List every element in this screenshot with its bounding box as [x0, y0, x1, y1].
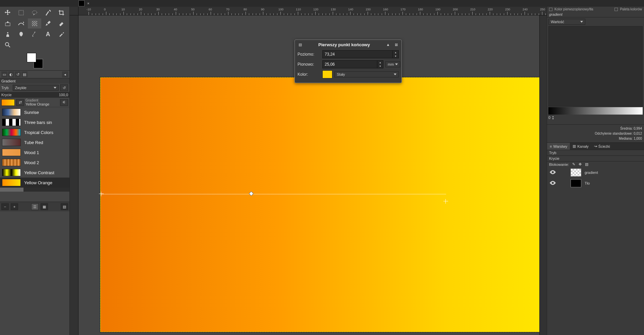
gradient-mid-handle[interactable]: [249, 191, 254, 196]
gradient-item[interactable]: Tube Red: [0, 137, 69, 147]
gradient-tool[interactable]: [28, 18, 41, 28]
tab-channels[interactable]: ▥Kanały: [570, 143, 591, 150]
dock-remove-button[interactable]: −: [1, 203, 9, 210]
tab-paths[interactable]: ↝Ścieżki: [591, 143, 613, 150]
gradient-item[interactable]: Tropical Colors: [0, 127, 69, 137]
zoom-tool[interactable]: [1, 40, 14, 50]
lock-alpha-icon[interactable]: ▧: [585, 162, 588, 166]
view-grid-button[interactable]: ▦: [41, 203, 48, 210]
gradient-thumb: [2, 149, 21, 156]
images-icon[interactable]: ▤: [21, 71, 28, 77]
layer-row[interactable]: Tło: [547, 178, 644, 189]
undo-history-icon[interactable]: ↺: [15, 71, 21, 77]
vert-step-up[interactable]: ▲: [377, 61, 383, 64]
lock-position-icon[interactable]: ✥: [579, 162, 582, 166]
transform-tool[interactable]: [1, 18, 14, 28]
opacity-row[interactable]: Krycie 100,0: [0, 92, 69, 98]
move-tool[interactable]: [1, 8, 14, 18]
ruler-number: 120: [313, 8, 318, 11]
histogram-view: [548, 26, 643, 107]
gradient-line[interactable]: [101, 194, 446, 194]
scrollbar-vertical[interactable]: [539, 15, 547, 335]
tab-layers[interactable]: ≡Warstwy: [547, 143, 570, 150]
ruler-number: 250: [540, 8, 545, 11]
ruler-vertical[interactable]: [70, 15, 78, 335]
fgbg-palette-icon[interactable]: [549, 8, 552, 11]
gradient-item[interactable]: Yellow Orange: [0, 178, 69, 188]
gradient-item[interactable]: Three bars sin: [0, 117, 69, 127]
endpoint-color-swatch[interactable]: [322, 70, 332, 78]
vert-input[interactable]: ▲▼: [322, 60, 383, 68]
gradient-start-handle[interactable]: [99, 192, 104, 196]
gradient-item[interactable]: Sunrise: [0, 107, 69, 117]
layer-opacity-row[interactable]: Krycie: [547, 156, 644, 161]
clone-tool[interactable]: [1, 29, 14, 39]
device-status-icon[interactable]: ◐: [8, 71, 14, 77]
fg-bg-colors[interactable]: [27, 53, 43, 68]
gradient-end-handle[interactable]: [443, 199, 448, 204]
ruler-number: 10: [121, 8, 125, 11]
gradient-list-scrollbar[interactable]: [0, 188, 69, 192]
gradient-thumb: [2, 139, 21, 146]
crop-tool[interactable]: [55, 8, 68, 18]
gradient-item[interactable]: Wood 1: [0, 147, 69, 157]
vert-step-down[interactable]: ▼: [377, 64, 383, 68]
ruler-number: -10: [87, 8, 91, 11]
path-tool[interactable]: [28, 29, 41, 39]
ruler-number: 210: [470, 8, 475, 11]
view-list-button[interactable]: ☰: [31, 203, 39, 210]
canvas-area[interactable]: ▧ Pierwszy punkt końcowy ▲ ⊠ Poziomo: ▲▼: [78, 15, 539, 335]
horiz-field[interactable]: [323, 51, 392, 58]
axis-step-down[interactable]: ▼: [552, 118, 554, 120]
popup-close-icon[interactable]: ⊠: [393, 42, 399, 47]
mode-reset-button[interactable]: ↺: [60, 84, 68, 91]
visibility-icon[interactable]: [549, 180, 557, 186]
visibility-icon[interactable]: [549, 170, 557, 176]
histogram-channel-select[interactable]: Wartość: [548, 19, 585, 25]
vert-field[interactable]: [323, 61, 377, 68]
gradient-item[interactable]: Wood 2: [0, 157, 69, 168]
dock-add-button[interactable]: +: [11, 203, 18, 210]
layer-list: gradientTło: [547, 167, 644, 189]
dock-config-button[interactable]: ▧: [61, 203, 68, 210]
lock-pixels-icon[interactable]: ✎: [572, 162, 575, 166]
rect-select-tool[interactable]: [14, 8, 28, 18]
gradient-edit-button[interactable]: ⚟: [60, 99, 68, 106]
canvas[interactable]: [100, 77, 539, 332]
ruler-number: 160: [383, 8, 388, 11]
mode-select[interactable]: Zwykłe: [13, 85, 59, 91]
layer-row[interactable]: gradient: [547, 167, 644, 178]
layer-mode-row[interactable]: Tryb: [547, 150, 644, 156]
tool-options-icon[interactable]: ▭: [1, 71, 7, 77]
menu-icon[interactable]: ◂: [62, 71, 68, 77]
text-tool[interactable]: A: [41, 29, 55, 39]
gradient-thumb: [2, 169, 21, 176]
gradient-item[interactable]: Yellow Contrast: [0, 168, 69, 178]
horiz-step-up[interactable]: ▲: [393, 51, 398, 54]
horiz-step-down[interactable]: ▼: [393, 54, 398, 58]
gradient-picker-row: ⇄ Gradient Yellow Orange ⚟: [0, 98, 69, 107]
horiz-input[interactable]: ▲▼: [322, 50, 399, 58]
gradient-header-label: Gradient: [25, 98, 59, 102]
dock-bottom-buttons: − + ☰ ▦ ▧: [0, 202, 69, 211]
fuzzy-select-tool[interactable]: [41, 8, 55, 18]
free-select-tool[interactable]: [28, 8, 41, 18]
axis-step-up[interactable]: ▲: [552, 115, 554, 118]
close-icon[interactable]: ×: [87, 1, 89, 5]
fg-color-swatch[interactable]: [27, 53, 36, 62]
ruler-horizontal[interactable]: -100102030405060708090100110120130140150…: [78, 7, 547, 15]
popup-detach-icon[interactable]: ▲: [385, 42, 391, 47]
warp-tool[interactable]: [14, 18, 28, 28]
color-mode-select[interactable]: Stały: [334, 71, 399, 77]
palette-icon[interactable]: [614, 8, 618, 11]
smudge-tool[interactable]: [14, 29, 28, 39]
unit-select[interactable]: mm: [385, 61, 400, 67]
gradient-label: Tropical Colors: [24, 130, 53, 135]
eraser-tool[interactable]: [55, 18, 68, 28]
ruler-number: 190: [435, 8, 440, 11]
paintbrush-tool[interactable]: [41, 18, 55, 28]
gradient-label: Three bars sin: [24, 120, 52, 125]
color-picker-tool[interactable]: [55, 29, 68, 39]
gradient-reverse-button[interactable]: ⇄: [16, 99, 24, 106]
gradient-swatch[interactable]: [1, 99, 15, 106]
